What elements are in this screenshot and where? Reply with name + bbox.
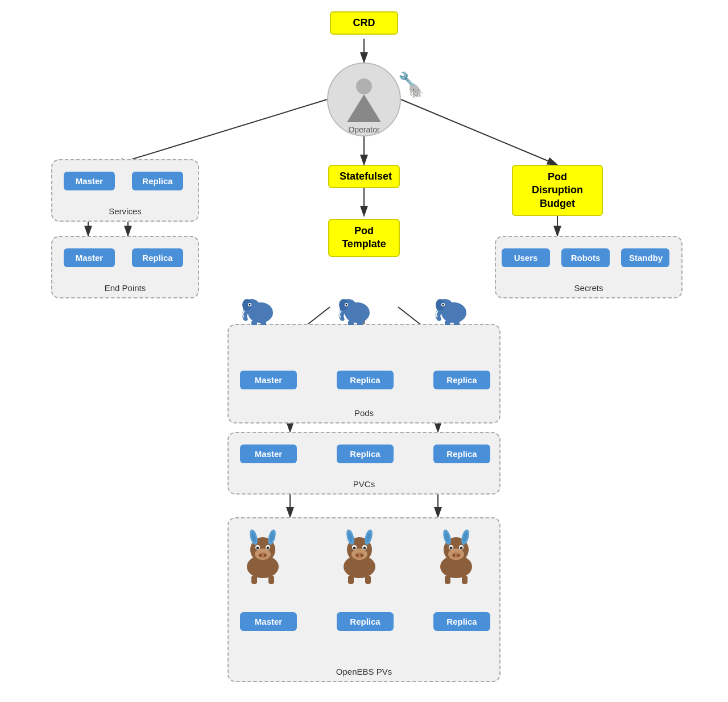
elephant-replica1-icon bbox=[336, 291, 375, 332]
small-elephant-icon: 🐘 bbox=[408, 84, 424, 99]
operator-icon-svg bbox=[341, 74, 387, 125]
svg-line-2 bbox=[114, 99, 327, 165]
endpoints-label: End Points bbox=[52, 283, 198, 293]
svg-point-64 bbox=[353, 547, 356, 550]
svg-point-65 bbox=[363, 547, 366, 550]
operator-label: Operator bbox=[327, 125, 401, 134]
svg-point-29 bbox=[346, 304, 348, 306]
svg-rect-30 bbox=[348, 321, 354, 325]
svg-rect-23 bbox=[251, 321, 257, 325]
svg-point-68 bbox=[361, 554, 363, 556]
endpoints-replica-box: Replica bbox=[132, 248, 183, 267]
svg-point-84 bbox=[457, 554, 460, 556]
elephant-replica2-icon bbox=[432, 291, 472, 332]
pvcs-group: Master Replica Replica PVCs bbox=[228, 432, 500, 495]
svg-rect-85 bbox=[445, 576, 450, 584]
elephant-master-icon bbox=[239, 291, 279, 332]
donkey-master-icon bbox=[234, 521, 291, 586]
secrets-label: Secrets bbox=[496, 283, 681, 293]
crd-box: CRD bbox=[330, 11, 398, 35]
svg-point-49 bbox=[267, 547, 270, 550]
endpoints-group: Master Replica End Points bbox=[51, 236, 199, 298]
svg-point-16 bbox=[356, 78, 372, 94]
svg-point-22 bbox=[249, 304, 251, 306]
svg-point-81 bbox=[460, 547, 463, 550]
pvcs-label: PVCs bbox=[229, 479, 499, 489]
openebs-group: Master Replica Replica OpenEBS PVs bbox=[228, 517, 500, 682]
secrets-group: Users Robots Standby Secrets bbox=[495, 236, 682, 298]
pods-label: Pods bbox=[229, 408, 499, 418]
svg-point-51 bbox=[259, 554, 262, 556]
services-label: Services bbox=[52, 206, 198, 216]
svg-rect-53 bbox=[251, 576, 257, 584]
secrets-standby-box: Standby bbox=[621, 248, 669, 267]
svg-rect-86 bbox=[462, 576, 468, 584]
svg-marker-17 bbox=[347, 94, 381, 122]
pvcs-master-box: Master bbox=[240, 445, 297, 463]
svg-rect-69 bbox=[348, 576, 354, 584]
svg-point-36 bbox=[442, 304, 444, 306]
openebs-master-box: Master bbox=[240, 612, 297, 631]
svg-rect-37 bbox=[445, 321, 450, 325]
svg-point-67 bbox=[356, 554, 358, 556]
svg-point-83 bbox=[453, 554, 455, 556]
pods-replica1-box: Replica bbox=[337, 371, 394, 389]
pvcs-replica2-box: Replica bbox=[433, 445, 490, 463]
openebs-replica2-box: Replica bbox=[433, 612, 490, 631]
services-replica-box: Replica bbox=[132, 172, 183, 190]
donkey-replica1-icon bbox=[331, 521, 388, 586]
svg-rect-24 bbox=[260, 321, 266, 325]
svg-line-3 bbox=[401, 99, 557, 165]
svg-rect-70 bbox=[365, 576, 371, 584]
services-master-box: Master bbox=[64, 172, 115, 190]
svg-rect-38 bbox=[454, 321, 460, 325]
openebs-label: OpenEBS PVs bbox=[229, 667, 499, 676]
pods-group: Master Replica Replica Pods bbox=[228, 324, 500, 423]
diagram: CRD 🔧 🐘 Operator Statefulset Pod Templat… bbox=[0, 0, 728, 702]
statefulset-box: Statefulset bbox=[328, 165, 400, 188]
openebs-replica1-box: Replica bbox=[337, 612, 394, 631]
pod-disruption-box: Pod Disruption Budget bbox=[512, 165, 603, 216]
svg-point-48 bbox=[257, 547, 259, 550]
endpoints-master-box: Master bbox=[64, 248, 115, 267]
svg-point-52 bbox=[264, 554, 266, 556]
pods-replica2-box: Replica bbox=[433, 371, 490, 389]
pvcs-replica1-box: Replica bbox=[337, 445, 394, 463]
donkey-replica2-icon bbox=[428, 521, 485, 586]
svg-rect-31 bbox=[357, 321, 363, 325]
secrets-users-box: Users bbox=[502, 248, 550, 267]
svg-rect-54 bbox=[268, 576, 274, 584]
svg-point-80 bbox=[450, 547, 453, 550]
pod-template-box: Pod Template bbox=[328, 219, 400, 257]
pods-master-box: Master bbox=[240, 371, 297, 389]
secrets-robots-box: Robots bbox=[561, 248, 610, 267]
services-group: Master Replica Services bbox=[51, 159, 199, 222]
